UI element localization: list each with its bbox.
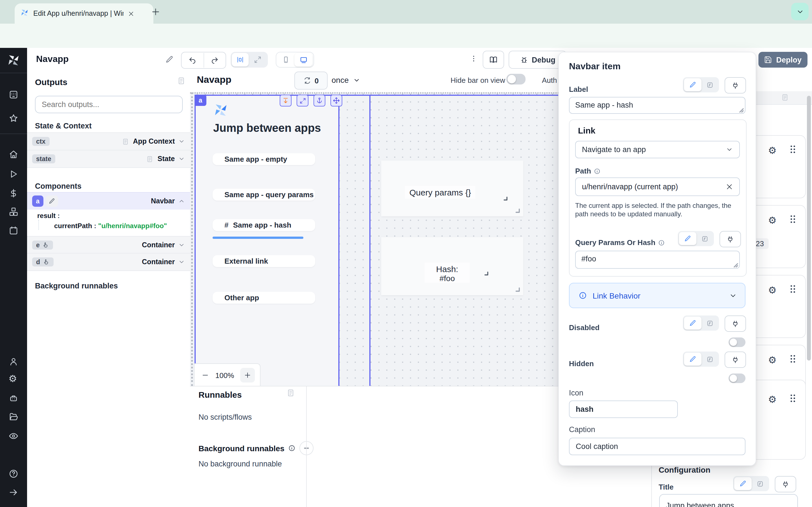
gear-icon[interactable]: ⚙ bbox=[768, 215, 777, 226]
chevron-up-icon[interactable] bbox=[178, 198, 185, 205]
resize-corner-icon[interactable] bbox=[484, 271, 488, 276]
navbar-component-region[interactable] bbox=[195, 95, 339, 386]
move-icon[interactable] bbox=[331, 95, 342, 107]
static-pencil-icon[interactable] bbox=[684, 353, 702, 365]
gear-icon[interactable]: ⚙ bbox=[768, 394, 777, 406]
fx-icon[interactable] bbox=[702, 319, 718, 327]
icon-input[interactable] bbox=[569, 400, 678, 418]
drag-handle-icon[interactable] bbox=[789, 354, 797, 363]
panel-doc-icon[interactable] bbox=[781, 94, 789, 101]
run-mode-dropdown[interactable]: once bbox=[332, 71, 361, 89]
selected-component-tag[interactable]: a bbox=[195, 95, 206, 106]
static-pencil-icon[interactable] bbox=[734, 477, 752, 490]
expand-down-icon[interactable] bbox=[280, 95, 292, 107]
static-pencil-icon[interactable] bbox=[679, 232, 696, 245]
chevron-down-icon[interactable] bbox=[178, 242, 185, 248]
sidebar-item-resources[interactable] bbox=[8, 207, 18, 217]
container-e-row[interactable]: e Container bbox=[27, 236, 190, 254]
panel-scrollbar[interactable] bbox=[807, 96, 811, 360]
sidebar-item-home[interactable] bbox=[8, 149, 18, 159]
sidebar-item-apps[interactable] bbox=[8, 90, 18, 100]
zoom-in-icon[interactable] bbox=[240, 368, 255, 383]
fullscreen-component-icon[interactable] bbox=[297, 95, 308, 107]
drag-handle-icon[interactable] bbox=[789, 145, 797, 154]
state-row[interactable]: state State bbox=[27, 150, 190, 168]
zoom-out-icon[interactable] bbox=[201, 371, 209, 379]
sidebar-item-help[interactable] bbox=[8, 469, 18, 479]
fx-icon[interactable] bbox=[702, 81, 718, 89]
desktop-preview-button[interactable] bbox=[294, 53, 312, 66]
gear-icon[interactable]: ⚙ bbox=[768, 354, 777, 366]
path-input[interactable]: u/henri/navapp (current app) bbox=[575, 177, 740, 196]
sidebar-item-folders[interactable] bbox=[8, 412, 18, 422]
textarea-resize-icon[interactable] bbox=[733, 263, 738, 268]
sidebar-item-ai[interactable] bbox=[8, 393, 18, 403]
static-pencil-icon[interactable] bbox=[684, 317, 702, 330]
anchor-icon[interactable] bbox=[313, 95, 325, 107]
static-pencil-icon[interactable] bbox=[684, 78, 702, 91]
chevron-down-icon[interactable] bbox=[178, 259, 185, 265]
link-type-select[interactable]: Navigate to an app bbox=[575, 141, 740, 158]
deploy-button[interactable]: Deploy bbox=[758, 52, 808, 68]
sidebar-item-runs[interactable] bbox=[8, 169, 18, 179]
query-hash-input[interactable]: #foo bbox=[575, 251, 740, 269]
hidden-toggle[interactable] bbox=[728, 374, 746, 383]
gear-icon[interactable]: ⚙ bbox=[768, 284, 777, 296]
new-tab-button[interactable] bbox=[151, 7, 160, 16]
search-outputs-input[interactable] bbox=[35, 96, 183, 113]
gear-icon[interactable]: ⚙ bbox=[768, 145, 777, 157]
tab-search-chevron-button[interactable] bbox=[791, 3, 809, 20]
nav-item-other-app[interactable]: Other app bbox=[213, 292, 315, 304]
connect-plug-icon[interactable] bbox=[719, 231, 741, 247]
caption-input[interactable] bbox=[569, 438, 746, 455]
drag-handle-icon[interactable] bbox=[789, 284, 797, 293]
nav-item-external-link[interactable]: External link bbox=[213, 255, 315, 267]
runnables-doc-icon[interactable] bbox=[287, 389, 295, 397]
hash-panel[interactable]: Hash: #foo bbox=[381, 237, 523, 295]
sidebar-item-settings[interactable]: ⚙ bbox=[8, 374, 18, 384]
sidebar-item-variables[interactable] bbox=[8, 188, 18, 198]
navbar-component-row[interactable]: a Navbar bbox=[27, 192, 190, 210]
browser-tab[interactable]: Edit App u/henri/navapp | Win bbox=[15, 3, 153, 24]
nav-item-same-app-hash[interactable]: # Same app - hash bbox=[213, 219, 315, 231]
resize-corner-icon[interactable] bbox=[515, 208, 520, 213]
title-input[interactable] bbox=[659, 494, 798, 507]
textarea-resize-icon[interactable] bbox=[739, 108, 744, 113]
fx-icon[interactable] bbox=[752, 480, 768, 488]
sidebar-item-schedules[interactable] bbox=[8, 225, 18, 235]
chevron-down-icon[interactable] bbox=[178, 138, 185, 145]
drag-handle-icon[interactable] bbox=[789, 394, 797, 403]
centered-layout-button[interactable] bbox=[232, 53, 249, 66]
connect-plug-icon[interactable] bbox=[725, 351, 746, 368]
container-d-row[interactable]: d Container bbox=[27, 253, 190, 271]
hide-bar-toggle[interactable] bbox=[506, 74, 525, 84]
fx-icon[interactable] bbox=[702, 355, 718, 363]
chevron-down-icon[interactable] bbox=[178, 156, 185, 162]
clear-path-icon[interactable] bbox=[726, 183, 733, 190]
redo-icon[interactable] bbox=[204, 56, 225, 64]
connect-plug-icon[interactable] bbox=[725, 316, 746, 332]
rename-pencil-icon[interactable] bbox=[46, 195, 58, 207]
sidebar-expand-icon[interactable] bbox=[8, 487, 18, 497]
more-options-icon[interactable] bbox=[470, 55, 477, 62]
tab-close-icon[interactable] bbox=[128, 10, 134, 17]
sidebar-item-favorites[interactable] bbox=[8, 113, 18, 123]
query-params-panel[interactable]: Query params {} bbox=[381, 161, 523, 216]
undo-icon[interactable] bbox=[182, 56, 203, 64]
refresh-count-button[interactable]: 0 bbox=[294, 71, 327, 90]
ctx-row[interactable]: ctx App Context bbox=[27, 132, 190, 151]
runnables-divider[interactable] bbox=[306, 386, 307, 507]
docs-book-button[interactable] bbox=[483, 51, 504, 69]
nav-item-same-app-empty[interactable]: Same app - empty bbox=[213, 153, 315, 165]
connect-plug-icon[interactable] bbox=[775, 476, 796, 492]
nav-item-same-app-query-params[interactable]: Same app - query params bbox=[213, 189, 315, 201]
connect-plug-icon[interactable] bbox=[725, 77, 746, 94]
fx-icon[interactable] bbox=[696, 235, 713, 242]
resize-corner-icon[interactable] bbox=[503, 196, 507, 201]
canvas-left-grip[interactable] bbox=[191, 93, 193, 386]
link-behavior-accordion[interactable]: Link Behavior bbox=[569, 283, 746, 308]
fullscreen-layout-button[interactable] bbox=[249, 56, 267, 64]
disabled-toggle[interactable] bbox=[728, 337, 746, 347]
outputs-doc-icon[interactable] bbox=[177, 76, 186, 85]
label-input[interactable]: Same app - hash bbox=[569, 97, 746, 114]
